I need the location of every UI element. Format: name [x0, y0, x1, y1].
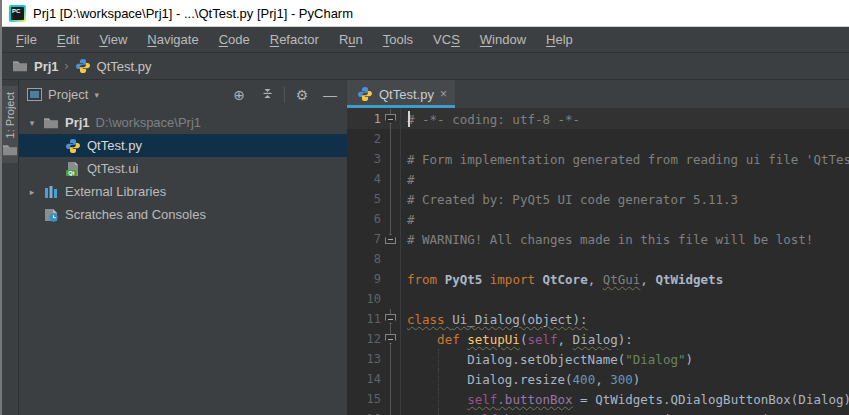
code-text: # Form implementation generated from rea…	[401, 152, 849, 167]
menu-help[interactable]: Help	[536, 28, 583, 51]
gutter-fold-column	[381, 149, 401, 169]
tree-item-label: QtTest.py	[87, 138, 142, 153]
code-text: Dialog.resize(400, 300)	[401, 372, 640, 387]
line-number: 8	[347, 252, 381, 266]
tool-window-bar: 1: Project	[2, 80, 19, 415]
menu-view[interactable]: View	[89, 28, 137, 51]
code-text: # WARNING! All changes made in this file…	[401, 232, 813, 247]
tree-item-scratches-and-consoles[interactable]: Scratches and Consoles	[19, 203, 347, 226]
code-text: class Ui_Dialog(object):	[401, 312, 588, 327]
code-editor[interactable]: 1# -*- coding: utf-8 -*-23# Form impleme…	[347, 109, 849, 415]
gutter-fold-column	[381, 129, 401, 149]
chevron-right-icon[interactable]: ▸	[27, 187, 37, 197]
indent-guide	[438, 409, 439, 415]
fold-collapse-icon[interactable]	[385, 314, 396, 324]
code-line-11[interactable]: 11class Ui_Dialog(object):	[347, 309, 849, 329]
menu-vcs[interactable]: VCS	[423, 28, 470, 51]
tab-qttest-py[interactable]: QtTest.py ×	[347, 80, 455, 108]
tool-window-tab-project[interactable]: 1: Project	[2, 86, 18, 163]
line-number: 10	[347, 292, 381, 306]
gutter-fold-column	[381, 409, 401, 415]
python-icon	[65, 138, 81, 154]
tree-item-label: Prj1	[65, 115, 90, 130]
menu-run[interactable]: Run	[329, 28, 373, 51]
locate-icon[interactable]: ⊕	[228, 88, 250, 102]
menu-file[interactable]: File	[6, 28, 47, 51]
tree-item-prj1[interactable]: ▾Prj1D:\workspace\Prj1	[19, 111, 347, 134]
window-title: Prj1 [D:\workspace\Prj1] - ...\QtTest.py…	[33, 6, 353, 21]
menu-navigate[interactable]: Navigate	[137, 28, 208, 51]
line-number: 5	[347, 192, 381, 206]
code-line-5[interactable]: 5# Created by: PyQt5 UI code generator 5…	[347, 189, 849, 209]
tree-item-qttest-ui[interactable]: QtQtTest.ui	[19, 157, 347, 180]
folder-icon	[43, 115, 59, 131]
breadcrumb-item[interactable]: Prj1	[34, 59, 59, 74]
tree-item-label: Scratches and Consoles	[65, 207, 206, 222]
pycharm-window: Prj1 [D:\workspace\Prj1] - ...\QtTest.py…	[0, 0, 849, 415]
project-tree: ▾Prj1D:\workspace\Prj1QtTest.pyQtQtTest.…	[19, 109, 347, 415]
folder-icon	[12, 58, 28, 74]
code-line-7[interactable]: 7# WARNING! All changes made in this fil…	[347, 229, 849, 249]
gutter-fold-column	[381, 229, 401, 249]
project-tool-icon	[27, 88, 42, 101]
python-icon	[75, 58, 91, 74]
code-line-6[interactable]: 6#	[347, 209, 849, 229]
collapse-all-icon[interactable]	[256, 87, 278, 102]
fold-collapse-icon[interactable]	[385, 114, 396, 124]
tree-item-label: External Libraries	[65, 184, 166, 199]
close-icon[interactable]: ×	[440, 87, 447, 101]
code-line-1[interactable]: 1# -*- coding: utf-8 -*-	[347, 109, 849, 129]
line-number: 3	[347, 152, 381, 166]
code-text: Dialog.setObjectName("Dialog")	[401, 352, 693, 367]
code-line-2[interactable]: 2	[347, 129, 849, 149]
code-text: #	[401, 212, 415, 227]
breadcrumb: Prj1›QtTest.py	[2, 53, 849, 80]
code-text: #	[401, 172, 415, 187]
tree-item-label: QtTest.ui	[87, 161, 138, 176]
menu-tools[interactable]: Tools	[373, 28, 423, 51]
tree-item-path: D:\workspace\Prj1	[96, 115, 201, 130]
code-line-8[interactable]: 8	[347, 249, 849, 269]
menu-edit[interactable]: Edit	[47, 28, 89, 51]
line-number: 13	[347, 352, 381, 366]
code-line-15[interactable]: 15 self.buttonBox = QtWidgets.QDialogBut…	[347, 389, 849, 409]
title-bar: Prj1 [D:\workspace\Prj1] - ...\QtTest.py…	[2, 0, 849, 27]
code-line-3[interactable]: 3# Form implementation generated from re…	[347, 149, 849, 169]
fold-end-icon[interactable]	[385, 234, 396, 244]
code-line-16[interactable]: 16 self.buttonBox.setGeometry(QtCore.QRe…	[347, 409, 849, 415]
code-line-14[interactable]: 14 Dialog.resize(400, 300)	[347, 369, 849, 389]
code-line-4[interactable]: 4#	[347, 169, 849, 189]
menu-refactor[interactable]: Refactor	[260, 28, 329, 51]
code-text: from PyQt5 import QtCore, QtGui, QtWidge…	[401, 272, 723, 287]
fold-collapse-icon[interactable]	[385, 334, 396, 344]
gutter-fold-column	[381, 289, 401, 309]
line-number: 14	[347, 372, 381, 386]
code-line-13[interactable]: 13 Dialog.setObjectName("Dialog")	[347, 349, 849, 369]
menu-code[interactable]: Code	[209, 28, 260, 51]
code-line-9[interactable]: 9from PyQt5 import QtCore, QtGui, QtWidg…	[347, 269, 849, 289]
tree-item-external-libraries[interactable]: ▸External Libraries	[19, 180, 347, 203]
menu-window[interactable]: Window	[470, 28, 536, 51]
chevron-down-icon[interactable]: ▾	[27, 118, 37, 128]
gear-icon[interactable]: ⚙	[291, 88, 313, 102]
code-line-12[interactable]: 12 def setupUi(self, Dialog):	[347, 329, 849, 349]
code-text: # -*- coding: utf-8 -*-	[401, 112, 580, 127]
svg-text:Qt: Qt	[68, 169, 74, 175]
breadcrumb-item[interactable]: QtTest.py	[97, 59, 152, 74]
code-line-10[interactable]: 10	[347, 289, 849, 309]
gutter-fold-column	[381, 329, 401, 349]
hide-panel-icon[interactable]: —	[319, 88, 341, 102]
main-area: 1: Project Project ▾ ⊕ ⚙ — ▾Prj1D:\works…	[2, 80, 849, 415]
gutter-fold-column	[381, 209, 401, 229]
gutter-fold-column	[381, 169, 401, 189]
panel-title[interactable]: Project	[48, 87, 88, 102]
editor-area: QtTest.py × 1# -*- coding: utf-8 -*-23# …	[347, 80, 849, 415]
scratch-icon	[43, 207, 59, 223]
code-text: self.buttonBox.setGeometry(QtCore.QRect(…	[401, 412, 849, 415]
tree-item-qttest-py[interactable]: QtTest.py	[19, 134, 347, 157]
gutter-fold-column	[381, 109, 401, 129]
chevron-down-icon[interactable]: ▾	[94, 90, 99, 100]
menu-bar: FileEditViewNavigateCodeRefactorRunTools…	[2, 27, 849, 53]
project-panel-header: Project ▾ ⊕ ⚙ —	[19, 80, 347, 109]
line-number: 1	[347, 112, 381, 126]
